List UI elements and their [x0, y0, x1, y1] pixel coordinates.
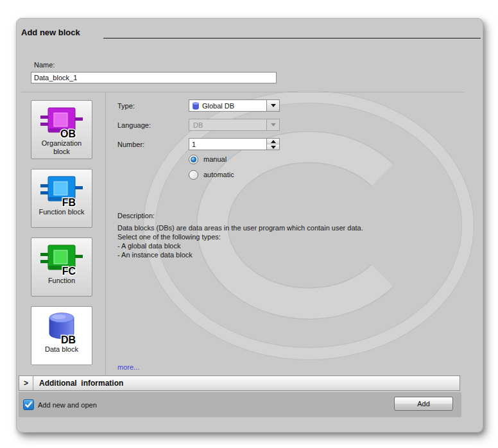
organization-block-icon: OB — [40, 105, 83, 139]
radio-manual-label: manual — [203, 155, 227, 163]
expander-title: Additional information — [33, 379, 123, 388]
description-label: Description: — [117, 212, 155, 220]
block-type-organization-block[interactable]: OB Organization block — [31, 100, 92, 159]
more-link[interactable]: more... — [117, 363, 139, 371]
dialog-title: Add new block — [21, 28, 80, 37]
type-value: Global DB — [200, 102, 266, 110]
number-field[interactable]: 1 — [189, 138, 280, 150]
stepper-up-icon[interactable] — [267, 139, 279, 144]
language-label: Language: — [117, 121, 151, 129]
svg-text:DB: DB — [61, 334, 76, 345]
expander-chevron-icon[interactable]: > — [19, 376, 33, 390]
add-new-and-open-label: Add new and open — [38, 401, 97, 409]
global-db-icon — [192, 101, 200, 110]
block-type-function-block[interactable]: FB Function block — [31, 169, 92, 228]
block-type-function[interactable]: FC Function — [31, 237, 92, 297]
block-type-label: Function block — [34, 208, 89, 216]
type-label: Type: — [117, 102, 135, 110]
content-vertical-divider — [105, 92, 106, 375]
additional-information-expander[interactable]: > Additional information — [19, 375, 460, 391]
radio-automatic-label: automatic — [203, 171, 234, 178]
function-block-icon: FB — [40, 174, 83, 207]
svg-text:FC: FC — [62, 266, 76, 277]
add-new-and-open-checkbox[interactable] — [23, 399, 34, 410]
number-stepper[interactable] — [266, 139, 279, 150]
page-background: Add new block Name: OB Organization bloc… — [0, 0, 498, 448]
type-dropdown-arrow-icon[interactable] — [266, 100, 279, 111]
block-type-label: Organization block — [34, 139, 89, 156]
radio-manual[interactable] — [189, 155, 198, 164]
type-dropdown[interactable]: Global DB — [189, 99, 280, 112]
svg-text:FB: FB — [62, 197, 76, 208]
content-top-divider — [21, 92, 465, 92]
language-value: DB — [189, 121, 266, 129]
function-icon: FC — [40, 243, 83, 276]
block-type-data-block[interactable]: DB Data block — [31, 306, 92, 365]
add-new-block-dialog: Add new block Name: OB Organization bloc… — [16, 18, 483, 433]
name-input[interactable] — [31, 72, 277, 83]
language-dropdown: DB — [189, 119, 280, 131]
title-underline — [103, 38, 481, 39]
block-type-label: Function — [34, 277, 89, 285]
checkmark-icon — [24, 401, 33, 409]
stepper-down-icon[interactable] — [267, 144, 279, 150]
number-label: Number: — [117, 141, 144, 148]
description-text: Data blocks (DBs) are data areas in the … — [117, 223, 363, 259]
number-value: 1 — [189, 141, 266, 148]
add-button[interactable]: Add — [394, 397, 453, 411]
data-block-icon: DB — [40, 311, 83, 345]
language-dropdown-arrow-icon — [266, 119, 279, 130]
block-type-label: Data block — [34, 345, 89, 354]
svg-text:OB: OB — [60, 128, 76, 139]
radio-automatic[interactable] — [189, 170, 198, 180]
name-label: Name: — [34, 61, 55, 69]
